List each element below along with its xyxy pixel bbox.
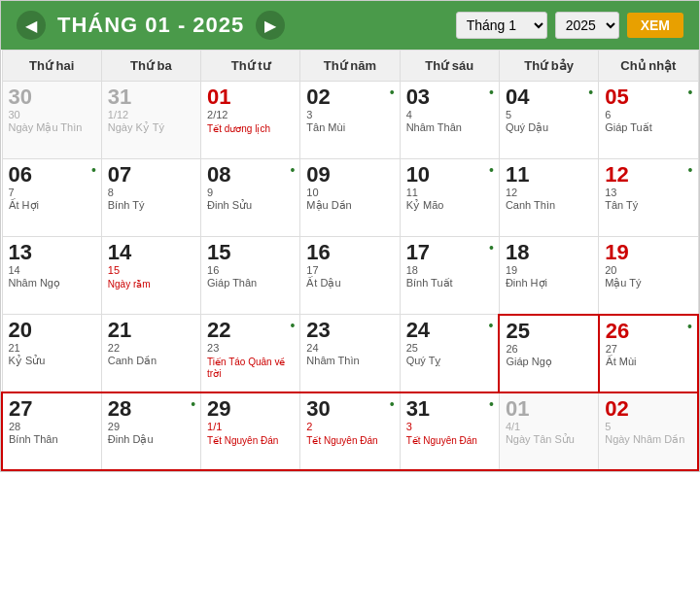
calendar-cell[interactable]: 30•2Tết Nguyên Đán (300, 392, 400, 470)
month-select[interactable]: Tháng 1Tháng 2Tháng 3Tháng 4Tháng 5Tháng… (456, 12, 547, 39)
year-select[interactable]: 2025 (555, 12, 619, 39)
lunar-date: 1/12 (108, 109, 194, 121)
prev-month-button[interactable]: ◀ (17, 11, 46, 40)
calendar-cell[interactable]: 311/12Ngày Kỷ Tý (101, 82, 200, 159)
lunar-sub: Ất Hợi (9, 199, 95, 212)
calendar-cell[interactable]: 10•11Kỷ Mão (400, 159, 499, 237)
lunar-date: 2/12 (207, 109, 294, 121)
lunar-sub: Đinh Hợi (506, 277, 592, 289)
calendar-cell[interactable]: 1617Ất Dậu (300, 237, 400, 315)
calendar-cell[interactable]: 22•23Tiến Táo Quân về trời (201, 315, 300, 392)
lunar-date: 27 (606, 343, 691, 356)
calendar-cell[interactable]: 078Bính Tý (101, 159, 200, 237)
lunar-date: 28 (9, 421, 95, 433)
calendar-cell[interactable]: 06•7Ất Hợi (2, 159, 101, 237)
lunar-dot: • (390, 396, 395, 412)
weekday-header: Thứ hai (2, 51, 101, 82)
event-text: Tết Nguyên Đán (306, 435, 393, 447)
lunar-sub: Quý Tỵ (406, 355, 493, 367)
calendar-cell[interactable]: 03•4Nhâm Thân (400, 82, 499, 159)
calendar-cell[interactable]: 012/12Tết dương lịch (201, 82, 300, 159)
calendar-cell[interactable]: 17•18Bính Tuất (400, 237, 499, 315)
calendar-cell[interactable]: 1516Giáp Thân (201, 237, 300, 315)
lunar-dot: • (688, 85, 693, 100)
weekday-header: Thứ tư (201, 51, 300, 82)
lunar-date: 14 (9, 264, 95, 277)
lunar-sub: Quý Dậu (506, 121, 592, 134)
lunar-date: 15 (108, 264, 194, 277)
lunar-date: 6 (605, 109, 691, 121)
lunar-sub: Ngày Mậu Thìn (9, 121, 95, 134)
calendar-cell[interactable]: 1415Ngày rằm (101, 237, 200, 315)
lunar-sub: Canh Thìn (506, 199, 592, 212)
calendar-cell[interactable]: 08•9Đinh Sửu (201, 159, 300, 237)
calendar-cell[interactable]: 31•3Tết Nguyên Đán (400, 392, 499, 470)
lunar-sub: Giáp Tuất (605, 121, 691, 134)
lunar-date: 3 (406, 421, 493, 433)
lunar-sub: Canh Dần (108, 355, 194, 367)
calendar-cell[interactable]: 26•27Ất Mùi (599, 315, 698, 392)
calendar-cell[interactable]: 291/1Tết Nguyên Đán (201, 392, 300, 470)
calendar-row: 2728Bính Thân28•29Đinh Dậu291/1Tết Nguyê… (2, 392, 698, 470)
calendar-cell[interactable]: 24•25Quý Tỵ (400, 315, 499, 392)
calendar-cell[interactable]: 02•3Tân Mùi (300, 82, 400, 159)
header-title: ◀ THÁNG 01 - 2025 ▶ (17, 11, 285, 40)
calendar-cell[interactable]: 3030Ngày Mậu Thìn (2, 82, 101, 159)
lunar-date: 25 (406, 342, 493, 355)
lunar-date: 9 (207, 187, 294, 199)
lunar-sub: Kỷ Sửu (9, 355, 95, 367)
calendar-cell[interactable]: 05•6Giáp Tuất (599, 82, 698, 159)
lunar-sub: Ất Mùi (606, 356, 691, 368)
lunar-dot: • (489, 318, 494, 333)
view-button[interactable]: XEM (627, 13, 683, 38)
month-year-title: THÁNG 01 - 2025 (57, 13, 244, 38)
weekday-header: Thứ bảy (499, 51, 598, 82)
lunar-date: 7 (9, 187, 95, 199)
lunar-sub: Giáp Thân (207, 277, 294, 289)
lunar-date: 4/1 (506, 421, 592, 433)
weekday-header: Thứ ba (101, 51, 200, 82)
calendar-cell[interactable]: 12•13Tân Tý (599, 159, 698, 237)
calendar-row: 1314Nhâm Ngọ1415Ngày rằm1516Giáp Thân161… (2, 237, 698, 315)
calendar-row: 2021Kỷ Sửu2122Canh Dần22•23Tiến Táo Quân… (2, 315, 698, 392)
calendar-cell[interactable]: 1112Canh Thìn (499, 159, 598, 237)
calendar-cell[interactable]: 1920Mậu Tý (599, 237, 698, 315)
calendar-header: ◀ THÁNG 01 - 2025 ▶ Tháng 1Tháng 2Tháng … (1, 1, 699, 50)
lunar-sub: Ất Dậu (306, 277, 393, 289)
weekday-header: Thứ sáu (400, 51, 499, 82)
lunar-date: 13 (605, 187, 691, 199)
lunar-sub: Nhâm Ngọ (9, 277, 95, 289)
lunar-sub: Bính Tý (108, 199, 194, 212)
next-month-button[interactable]: ▶ (256, 11, 285, 40)
calendar-cell[interactable]: 0910Mậu Dần (300, 159, 400, 237)
calendar-cell[interactable]: 2526Giáp Ngọ (499, 315, 598, 392)
lunar-sub: Nhâm Thân (406, 121, 493, 134)
calendar-cell[interactable]: 2324Nhâm Thìn (300, 315, 400, 392)
calendar-cell[interactable]: 2728Bính Thân (2, 392, 101, 470)
lunar-date: 8 (108, 187, 194, 199)
calendar-cell[interactable]: 28•29Đinh Dậu (101, 392, 200, 470)
lunar-date: 2 (306, 421, 393, 433)
lunar-sub: Mậu Tý (605, 277, 691, 289)
lunar-sub: Kỷ Mão (406, 199, 493, 212)
lunar-date: 17 (306, 264, 393, 277)
calendar-cell[interactable]: 2122Canh Dần (101, 315, 200, 392)
lunar-sub: Mậu Dần (306, 199, 393, 212)
lunar-dot: • (688, 162, 693, 178)
lunar-sub: Bính Thân (9, 433, 95, 446)
calendar-row: 3030Ngày Mậu Thìn311/12Ngày Kỷ Tý012/12T… (2, 82, 698, 159)
calendar-cell[interactable]: 1314Nhâm Ngọ (2, 237, 101, 315)
calendar-cell[interactable]: 025Ngày Nhâm Dần (599, 392, 698, 470)
calendar-cell[interactable]: 1819Đinh Hợi (499, 237, 598, 315)
lunar-sub: Đinh Sửu (207, 199, 294, 212)
calendar-cell[interactable]: 014/1Ngày Tân Sửu (499, 392, 598, 470)
calendar-cell[interactable]: 04•5Quý Dậu (499, 82, 598, 159)
calendar-cell[interactable]: 2021Kỷ Sửu (2, 315, 101, 392)
lunar-sub: Đinh Dậu (108, 433, 194, 446)
lunar-sub: Giáp Ngọ (506, 356, 591, 368)
lunar-date: 23 (207, 342, 294, 355)
calendar-row: 06•7Ất Hợi078Bính Tý08•9Đinh Sửu0910Mậu … (2, 159, 698, 237)
lunar-date: 26 (506, 343, 591, 356)
lunar-sub: Nhâm Thìn (306, 355, 393, 367)
lunar-date: 11 (406, 187, 493, 199)
